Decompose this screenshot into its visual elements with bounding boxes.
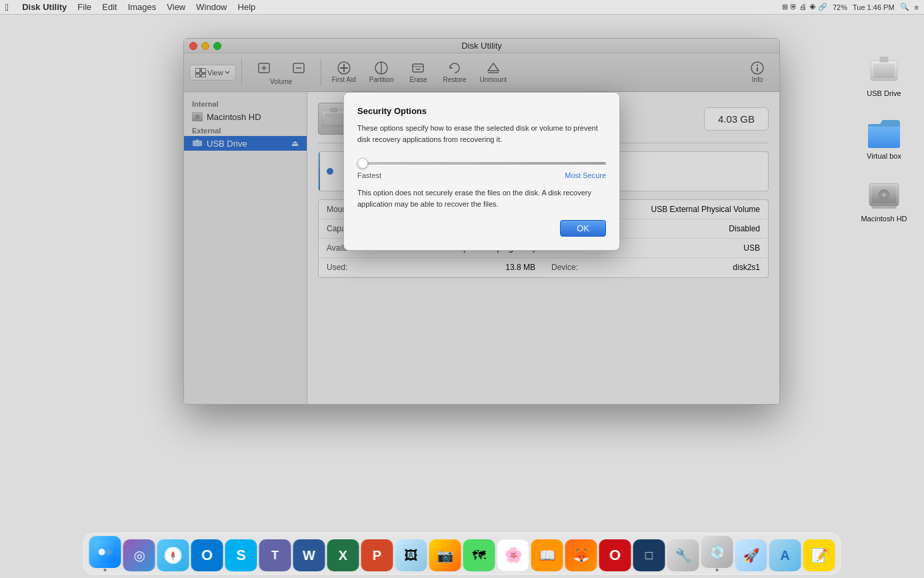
dock: ◎ O S: [83, 533, 841, 575]
desktop-icon-macintosh-hd[interactable]: Macintosh HD: [857, 180, 911, 223]
disk-utility-window: Disk Utility View: [183, 38, 780, 405]
svg-point-39: [99, 549, 105, 555]
menu-view[interactable]: View: [167, 2, 185, 12]
desktop-icons: USB Drive Virtual box: [857, 55, 911, 223]
menu-window[interactable]: Window: [196, 2, 227, 12]
battery-status: 72%: [833, 3, 847, 11]
usb-drive-label: USB Drive: [867, 89, 901, 97]
dock-item-excel[interactable]: X: [327, 539, 359, 571]
apple-menu[interactable]: : [5, 2, 9, 13]
finder-dot: [104, 569, 107, 571]
security-slider[interactable]: [357, 162, 606, 165]
usb-drive-icon: [868, 55, 900, 87]
virtualbox-icon: □: [633, 539, 665, 571]
dialog-buttons: OK: [357, 220, 606, 237]
utilities-icon: 🔧: [667, 539, 699, 571]
dialog-title: Security Options: [357, 106, 606, 116]
menu-file[interactable]: File: [77, 2, 91, 12]
opera-icon: O: [599, 539, 631, 571]
photo-booth-icon: 📷: [429, 539, 461, 571]
dock-item-virtualbox[interactable]: □: [633, 539, 665, 571]
menubar-right: ⊞ ⛨ 🖨 ⦿ 🔗 72% Tue 1:46 PM 🔍 ≡: [782, 3, 919, 11]
siri-icon: ◎: [123, 539, 155, 571]
dock-item-utilities[interactable]: 🔧: [667, 539, 699, 571]
clock: Tue 1:46 PM: [853, 3, 895, 11]
dock-item-disk-utility[interactable]: 💿: [701, 536, 733, 571]
notes-icon: 📝: [803, 539, 835, 571]
excel-icon: X: [327, 539, 359, 571]
disk-utility-dock-icon: 💿: [701, 536, 733, 568]
dock-item-finder[interactable]: [89, 536, 121, 571]
dialog-overlay: Security Options These options specify h…: [184, 39, 779, 404]
outlook-icon: O: [191, 539, 223, 571]
dock-item-powerpoint[interactable]: P: [361, 539, 393, 571]
preview-icon: 🖼: [395, 539, 427, 571]
menu-edit[interactable]: Edit: [102, 2, 117, 12]
dock-item-word[interactable]: W: [293, 539, 325, 571]
powerpoint-icon: P: [361, 539, 393, 571]
ok-button[interactable]: OK: [560, 220, 606, 237]
dock-item-safari[interactable]: [157, 539, 189, 571]
maps-icon: 🗺: [463, 539, 495, 571]
search-icon[interactable]: 🔍: [900, 3, 909, 11]
dock-item-preview[interactable]: 🖼: [395, 539, 427, 571]
security-options-dialog: Security Options These options specify h…: [343, 92, 620, 251]
dock-item-firefox[interactable]: 🦊: [565, 539, 597, 571]
dock-item-maps[interactable]: 🗺: [463, 539, 495, 571]
appstore-icon: A: [769, 539, 801, 571]
teams-icon: T: [259, 539, 291, 571]
desktop-icon-usb-drive[interactable]: USB Drive: [857, 55, 911, 97]
photos-icon: 🌸: [497, 539, 529, 571]
firefox-icon: 🦊: [565, 539, 597, 571]
app-name[interactable]: Disk Utility: [22, 2, 67, 12]
macintosh-hd-icon: [868, 180, 900, 212]
dock-item-siri[interactable]: ◎: [123, 539, 155, 571]
dialog-description: These options specify how to erase the s…: [357, 123, 606, 145]
skype-icon: S: [225, 539, 257, 571]
dialog-note: This option does not securely erase the …: [357, 187, 606, 209]
svg-point-40: [105, 549, 112, 555]
finder-icon: [89, 536, 121, 568]
books-icon: 📖: [531, 539, 563, 571]
dock-item-appstore[interactable]: A: [769, 539, 801, 571]
svg-rect-1: [873, 63, 895, 78]
menu-status-icons: ⊞ ⛨ 🖨 ⦿ 🔗: [782, 3, 827, 11]
svg-point-7: [882, 193, 886, 197]
svg-rect-2: [880, 57, 888, 62]
macintosh-hd-label: Macintosh HD: [861, 215, 907, 223]
slider-fastest-label: Fastest: [357, 171, 381, 179]
dock-item-photo-booth[interactable]: 📷: [429, 539, 461, 571]
notification-icon[interactable]: ≡: [915, 3, 919, 11]
dock-item-teams[interactable]: T: [259, 539, 291, 571]
dock-item-photos[interactable]: 🌸: [497, 539, 529, 571]
dock-item-outlook[interactable]: O: [191, 539, 223, 571]
virtual-box-label: Virtual box: [867, 152, 901, 160]
dock-item-launchpad[interactable]: 🚀: [735, 539, 767, 571]
dock-item-opera[interactable]: O: [599, 539, 631, 571]
dock-item-books[interactable]: 📖: [531, 539, 563, 571]
menubar-left:  Disk Utility File Edit Images View Win…: [5, 2, 255, 13]
menu-help[interactable]: Help: [238, 2, 256, 12]
word-icon: W: [293, 539, 325, 571]
dock-item-skype[interactable]: S: [225, 539, 257, 571]
launchpad-icon: 🚀: [735, 539, 767, 571]
dock-item-notes[interactable]: 📝: [803, 539, 835, 571]
svg-rect-8: [871, 206, 897, 209]
virtual-box-icon: [868, 117, 900, 149]
dialog-slider-area: [357, 155, 606, 167]
disk-utility-dot: [716, 569, 719, 571]
menu-images[interactable]: Images: [128, 2, 157, 12]
dialog-slider-labels: Fastest Most Secure: [357, 171, 606, 179]
svg-rect-3: [868, 124, 900, 148]
desktop: USB Drive Virtual box: [0, 15, 924, 578]
slider-most-secure-label: Most Secure: [565, 171, 606, 179]
menubar:  Disk Utility File Edit Images View Win…: [0, 0, 924, 15]
desktop-icon-virtual-box[interactable]: Virtual box: [857, 117, 911, 160]
safari-icon: [157, 539, 189, 571]
